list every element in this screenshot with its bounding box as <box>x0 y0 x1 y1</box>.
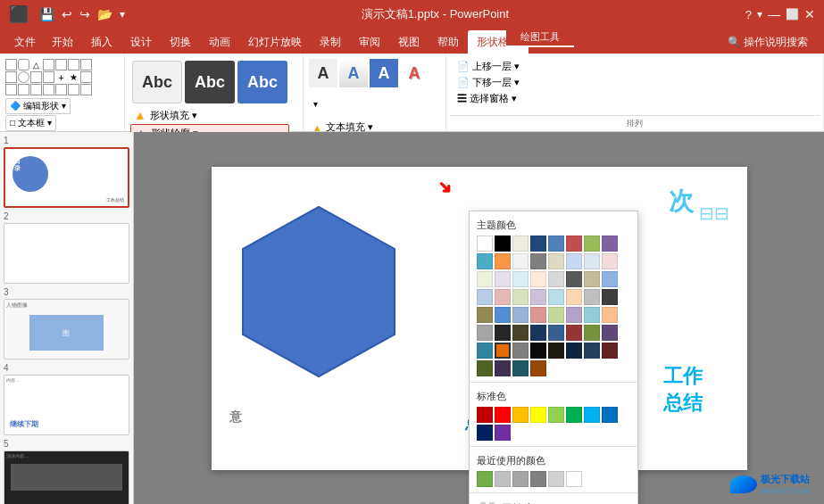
shape-callout[interactable] <box>80 71 92 83</box>
color-purple[interactable] <box>602 235 618 252</box>
color-t10r5[interactable] <box>495 343 511 359</box>
slide-thumb-3[interactable]: 3 人物图像 图 <box>4 287 129 359</box>
slide-thumb-2[interactable]: 2 <box>4 211 129 284</box>
art-text-expand[interactable]: ▾ <box>309 89 321 118</box>
color-t7r4[interactable] <box>548 307 564 323</box>
shape-arrow[interactable] <box>55 59 67 70</box>
color-t9r2[interactable] <box>512 271 529 287</box>
tab-file[interactable]: 文件 <box>7 30 43 54</box>
color-t1r5[interactable] <box>477 325 493 341</box>
color-t8r6[interactable] <box>495 360 511 376</box>
color-t5r4[interactable] <box>512 307 529 323</box>
color-t9r6[interactable] <box>512 360 529 376</box>
slide-thumb-4[interactable]: 4 继续下期 内容... <box>4 363 129 435</box>
color-t6r5[interactable] <box>566 325 582 341</box>
shape-rect[interactable] <box>5 59 17 70</box>
quick-action-undo[interactable]: ↩ <box>62 7 72 21</box>
std-color-4[interactable] <box>530 407 546 423</box>
color-t6r3[interactable] <box>495 289 511 305</box>
help-icon[interactable]: ? <box>745 8 752 21</box>
color-navy[interactable] <box>530 235 546 252</box>
shape-more6[interactable] <box>68 84 79 95</box>
color-t4r5[interactable] <box>530 325 546 341</box>
color-t10r3[interactable] <box>566 289 582 305</box>
shape-curve[interactable] <box>30 71 42 83</box>
color-t5r6[interactable] <box>584 343 600 359</box>
shape-fill-button[interactable]: ▲ 形状填充 ▾ <box>130 107 289 123</box>
shape-diamond[interactable] <box>5 71 17 83</box>
hexagon-shape[interactable] <box>238 202 399 381</box>
recent-color-6[interactable] <box>566 471 582 487</box>
color-t6r2[interactable] <box>602 253 618 269</box>
color-t9r4[interactable] <box>584 307 600 323</box>
color-t4r3[interactable] <box>602 271 618 287</box>
color-t10r2[interactable] <box>530 271 546 287</box>
shape-more2[interactable] <box>18 84 29 95</box>
recent-color-5[interactable] <box>548 471 564 487</box>
std-color-8[interactable] <box>602 407 618 423</box>
quick-action-open[interactable]: 📂 <box>97 7 112 21</box>
tab-transitions[interactable]: 切换 <box>161 30 200 54</box>
color-t1r4[interactable] <box>584 289 600 305</box>
color-t7r2[interactable] <box>477 271 493 287</box>
move-up-button[interactable]: 📄 上移一层 ▾ <box>452 59 525 74</box>
color-black[interactable] <box>495 235 511 252</box>
color-t9r5[interactable] <box>477 343 493 359</box>
no-outline-item[interactable]: 无轮廓(N) <box>470 497 637 504</box>
tab-view[interactable]: 视图 <box>389 30 429 54</box>
color-t7r6[interactable] <box>477 360 493 376</box>
color-t2r4[interactable] <box>602 289 618 305</box>
tab-design[interactable]: 设计 <box>121 30 161 54</box>
color-red[interactable] <box>566 235 582 252</box>
shape-rounded-rect[interactable] <box>18 59 29 70</box>
color-cream[interactable] <box>512 235 529 252</box>
color-t1r2[interactable] <box>512 253 529 269</box>
tab-animations[interactable]: 动画 <box>200 30 239 54</box>
color-t2r5[interactable] <box>495 325 511 341</box>
color-t3r4[interactable] <box>477 307 493 323</box>
tab-tips[interactable]: 🔍 操作说明搜索 <box>719 30 817 54</box>
std-color-6[interactable] <box>566 407 582 423</box>
color-t1r3[interactable] <box>548 271 564 287</box>
color-t5r5[interactable] <box>548 325 564 341</box>
color-t6r6[interactable] <box>602 343 618 359</box>
std-color-2[interactable] <box>495 407 511 423</box>
selection-pane-button[interactable]: ☰ 选择窗格 ▾ <box>452 91 525 106</box>
shape-more3[interactable] <box>30 84 42 95</box>
art-text-style-A4[interactable]: A <box>400 59 429 87</box>
shape-triangle[interactable]: △ <box>30 59 42 70</box>
shape-more7[interactable] <box>80 84 92 95</box>
shape-chevron[interactable] <box>68 59 79 70</box>
color-t5r3[interactable] <box>477 289 493 305</box>
maximize-icon[interactable]: ⬜ <box>786 8 799 21</box>
close-icon[interactable]: ✕ <box>804 7 815 21</box>
shape-more4[interactable] <box>43 84 54 95</box>
color-teal[interactable] <box>477 253 493 269</box>
std-color-9[interactable] <box>477 425 493 441</box>
tab-record[interactable]: 录制 <box>311 30 350 54</box>
color-t3r5[interactable] <box>512 325 529 341</box>
quick-action-more[interactable]: ▾ <box>120 8 125 21</box>
shape-pentagon[interactable] <box>80 59 92 70</box>
color-blue[interactable] <box>548 235 564 252</box>
shape-cross[interactable]: + <box>55 71 67 83</box>
recent-color-1[interactable] <box>477 471 493 487</box>
recent-color-3[interactable] <box>512 471 529 487</box>
tab-insert[interactable]: 插入 <box>82 30 121 54</box>
ribbon-collapse-icon[interactable]: ▾ <box>757 8 762 21</box>
color-t3r3[interactable] <box>584 271 600 287</box>
color-t8r5[interactable] <box>602 325 618 341</box>
color-t4r4[interactable] <box>495 307 511 323</box>
slide-thumb-1[interactable]: 1 目录 工作总结 <box>4 136 129 208</box>
color-t5r2[interactable] <box>584 253 600 269</box>
slide-thumb-5[interactable]: 5 演讲内容... <box>4 439 129 504</box>
std-color-1[interactable] <box>477 407 493 423</box>
recent-color-4[interactable] <box>530 471 546 487</box>
art-text-style-A1[interactable]: A <box>309 59 337 87</box>
color-t8r4[interactable] <box>566 307 582 323</box>
shape-style-2[interactable]: Abc <box>185 61 235 103</box>
color-t1r6[interactable] <box>512 343 529 359</box>
color-t2r6[interactable] <box>530 343 546 359</box>
color-t10r4[interactable] <box>602 307 618 323</box>
shape-more5[interactable] <box>55 84 67 95</box>
